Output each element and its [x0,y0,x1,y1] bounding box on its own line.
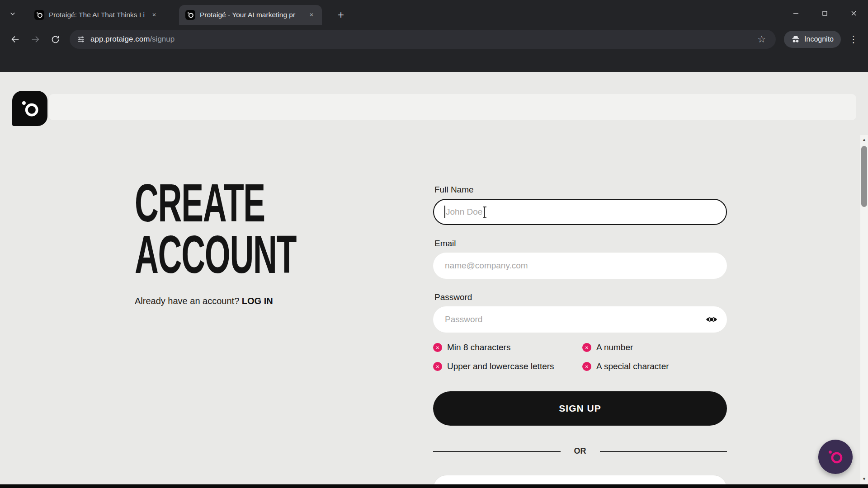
top-nav-bar [49,94,856,120]
show-password-button[interactable] [705,314,718,326]
window-minimize-button[interactable] [781,0,810,26]
protaige-logo-icon [19,98,40,119]
scrollbar-thumb[interactable] [861,146,867,207]
requirement-item: ✕ A special character [582,357,727,376]
requirement-label: A number [596,343,633,352]
chat-widget-button[interactable] [818,440,853,474]
login-prompt: Already have an account? LOG IN [135,296,273,306]
incognito-label: Incognito [804,35,834,43]
divider-label: OR [574,446,586,456]
forward-arrow-icon [30,34,40,44]
site-favicon-icon [34,10,44,20]
forward-button[interactable] [25,29,45,49]
maximize-icon [822,10,828,16]
bookmark-star-icon[interactable]: ☆ [755,33,769,45]
requirement-fail-icon: ✕ [433,362,442,371]
tab-title: Protaigé - Your AI marketing pr [200,11,302,19]
requirement-item: ✕ A number [582,338,727,357]
back-button[interactable] [5,29,25,49]
full-name-input[interactable] [433,199,727,225]
divider-line [433,451,561,452]
requirement-label: A special character [596,361,669,371]
browser-chrome: Protaigé: The AI That Thinks Lik ✕ Prota… [0,0,868,72]
url-path: /signup [150,35,175,43]
password-requirements: ✕ Min 8 characters ✕ Upper and lowercase… [433,338,727,376]
window-close-button[interactable] [839,0,868,26]
reload-icon [51,35,60,44]
close-icon [851,10,857,16]
full-name-label: Full Name [434,185,727,195]
eye-icon [705,314,718,325]
protaige-logo[interactable] [12,91,47,126]
sign-up-button[interactable]: SIGN UP [433,391,727,426]
incognito-icon [791,35,800,44]
heading-line2: ACCOUNT [135,225,296,284]
email-input[interactable] [433,253,727,279]
new-tab-button[interactable]: + [334,8,348,22]
reload-button[interactable] [45,29,65,49]
browser-tab-1[interactable]: Protaigé: The AI That Thinks Lik ✕ [28,5,165,25]
requirement-label: Upper and lowercase letters [447,361,554,371]
text-caret [444,206,445,218]
heading-line1: CREATE [135,173,265,233]
requirement-item: ✕ Upper and lowercase letters [433,357,582,376]
requirement-fail-icon: ✕ [582,343,591,352]
chevron-down-icon [9,10,16,17]
site-settings-icon [77,35,85,43]
address-bar[interactable]: app.protaige.com/signup ☆ [70,30,776,49]
browser-tab-2-active[interactable]: Protaigé - Your AI marketing pr ✕ [179,5,322,25]
tab-close-icon[interactable]: ✕ [307,10,316,20]
bottom-black-strip [0,484,868,488]
browser-toolbar: app.protaige.com/signup ☆ Incognito ⋮ [0,26,868,52]
password-label: Password [434,292,727,302]
browser-menu-icon[interactable]: ⋮ [844,33,863,45]
signup-form: Full Name Email Password ✕ Min 8 charact… [433,185,727,484]
tab-close-icon[interactable]: ✕ [149,10,159,20]
requirement-fail-icon: ✕ [433,343,442,352]
signup-page: CREATEACCOUNT Already have an account? L… [0,72,868,484]
page-scrollbar[interactable]: ▲ ▼ [860,135,868,484]
window-maximize-button[interactable] [810,0,839,26]
chat-widget-logo-icon [826,447,845,466]
minimize-icon [793,10,799,16]
site-favicon-icon [185,10,195,20]
tab-strip: Protaigé: The AI That Thinks Lik ✕ Prota… [0,0,868,26]
tab-title: Protaigé: The AI That Thinks Lik [49,11,145,19]
window-controls [781,0,868,26]
page-title: CREATEACCOUNT [135,177,296,280]
social-signup-button[interactable] [433,475,727,484]
scroll-down-icon[interactable]: ▼ [860,475,868,483]
password-input[interactable] [433,306,727,333]
scroll-up-icon[interactable]: ▲ [860,136,868,143]
requirement-item: ✕ Min 8 characters [433,338,582,357]
email-label: Email [434,239,727,249]
url-text[interactable]: app.protaige.com/signup [90,35,175,44]
or-divider: OR [433,446,727,456]
login-link[interactable]: LOG IN [242,296,273,306]
url-host: app.protaige.com [90,35,150,43]
requirement-label: Min 8 characters [447,343,510,352]
login-prompt-text: Already have an account? [135,296,239,306]
mouse-text-cursor [484,206,485,218]
back-arrow-icon [10,34,20,44]
divider-line [600,451,727,452]
requirement-fail-icon: ✕ [582,362,591,371]
incognito-badge: Incognito [784,31,841,48]
tab-search-button[interactable] [5,7,20,20]
